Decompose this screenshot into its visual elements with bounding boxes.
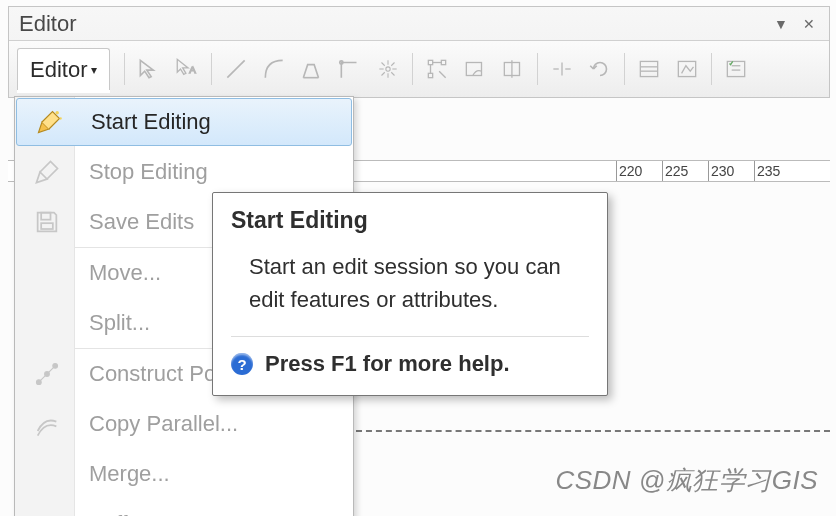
ruler-tick: 235 [754, 161, 800, 181]
svg-line-12 [392, 63, 395, 66]
svg-rect-34 [41, 223, 53, 229]
menu-item-label: Buffer... [89, 511, 164, 516]
menu-item-label: Move... [89, 260, 161, 286]
reshape-feature-icon[interactable] [457, 51, 493, 87]
buffer-icon [31, 508, 63, 516]
content-boundary-line [356, 430, 830, 432]
menu-item-copy-parallel: Copy Parallel... [15, 399, 353, 449]
svg-rect-13 [429, 60, 433, 64]
right-angle-tool-icon[interactable] [332, 51, 368, 87]
edit-tool-arrow-icon[interactable] [131, 51, 167, 87]
editor-toolbar-panel: Editor ▼ ✕ Editor ▾ A [8, 6, 830, 98]
svg-rect-24 [641, 61, 658, 76]
ruler-tick: 230 [708, 161, 754, 181]
svg-line-10 [392, 72, 395, 75]
svg-point-4 [386, 67, 390, 71]
straight-segment-icon[interactable] [218, 51, 254, 87]
titlebar: Editor ▼ ✕ [9, 7, 829, 41]
menu-item-label: Merge... [89, 461, 170, 487]
pencil-disabled-icon [31, 156, 63, 188]
menu-item-start-editing[interactable]: Start Editing [16, 98, 352, 146]
tooltip-help-text: Press F1 for more help. [265, 351, 510, 377]
tooltip-help-row: ? Press F1 for more help. [231, 351, 589, 377]
menu-item-label: Stop Editing [89, 159, 208, 185]
menu-item-label: Start Editing [91, 109, 211, 135]
cut-polygons-icon[interactable] [495, 51, 531, 87]
separator [537, 53, 538, 85]
svg-line-1 [228, 60, 245, 77]
help-icon: ? [231, 353, 253, 375]
svg-line-38 [39, 366, 55, 382]
rotate-tool-icon[interactable] [582, 51, 618, 87]
save-icon [31, 206, 63, 238]
chevron-down-icon: ▾ [91, 63, 97, 77]
ruler-tick: 225 [662, 161, 708, 181]
editor-menu-button[interactable]: Editor ▾ [17, 48, 110, 90]
minimize-icon[interactable]: ▼ [769, 13, 793, 35]
menu-item-stop-editing: Stop Editing [15, 147, 353, 197]
separator [624, 53, 625, 85]
menu-item-label: Split... [89, 310, 150, 336]
construct-points-icon [31, 358, 63, 390]
separator [412, 53, 413, 85]
toolbar: Editor ▾ A [9, 41, 829, 97]
ruler-tick: 220 [616, 161, 662, 181]
svg-line-11 [382, 72, 385, 75]
pencil-stars-icon [33, 106, 65, 138]
separator [124, 53, 125, 85]
arc-segment-icon[interactable] [256, 51, 292, 87]
separator [711, 53, 712, 85]
menu-item-merge: Merge... [15, 449, 353, 499]
svg-rect-33 [41, 213, 50, 220]
tooltip-divider [231, 336, 589, 337]
edit-vertices-icon[interactable] [419, 51, 455, 87]
watermark: CSDN @疯狂学习GIS [555, 463, 818, 498]
edit-annotation-tool-icon[interactable]: A [169, 51, 205, 87]
menu-item-buffer: Buffer... [15, 499, 353, 516]
tooltip: Start Editing Start an edit session so y… [212, 192, 608, 396]
tooltip-title: Start Editing [231, 207, 589, 234]
point-tool-icon[interactable] [370, 51, 406, 87]
svg-point-32 [60, 117, 62, 119]
attributes-icon[interactable] [631, 51, 667, 87]
create-features-icon[interactable] [718, 51, 754, 87]
copy-parallel-icon [31, 408, 63, 440]
split-tool-icon[interactable] [544, 51, 580, 87]
svg-rect-15 [429, 73, 433, 77]
panel-title: Editor [19, 11, 765, 37]
svg-text:A: A [190, 64, 197, 75]
close-icon[interactable]: ✕ [797, 13, 821, 35]
svg-line-9 [382, 63, 385, 66]
editor-menu-label: Editor [30, 57, 87, 83]
svg-rect-27 [679, 61, 696, 76]
menu-item-label: Save Edits [89, 209, 194, 235]
sketch-properties-icon[interactable] [669, 51, 705, 87]
separator [211, 53, 212, 85]
svg-rect-14 [442, 60, 446, 64]
tool-icons-group: A [120, 51, 754, 87]
trace-tool-icon[interactable] [294, 51, 330, 87]
svg-point-31 [55, 111, 59, 115]
tooltip-body: Start an edit session so you can edit fe… [231, 250, 589, 316]
menu-item-label: Copy Parallel... [89, 411, 238, 437]
